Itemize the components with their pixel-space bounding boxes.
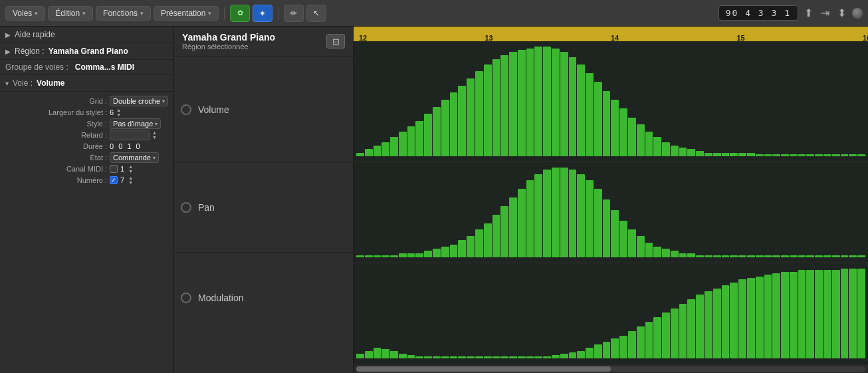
numero-down-icon[interactable]: ▼ [128, 180, 133, 185]
cursor-icon-button[interactable]: ✦ [253, 5, 272, 22]
bar-item [374, 146, 381, 156]
bar-item [637, 236, 645, 257]
bar-item [637, 124, 645, 156]
modulation-radio[interactable] [181, 293, 191, 303]
bar-item [798, 255, 806, 257]
bar-item [475, 356, 483, 358]
modulation-track-row[interactable]: Modulation [174, 253, 353, 342]
midi-icon-button[interactable]: ✿ [230, 5, 250, 22]
main-area: ▶ Aide rapide ▶ Région : Yamaha Grand Pi… [0, 27, 868, 373]
groupe-value: Comma...s MIDI [75, 62, 134, 72]
bar-item [450, 356, 458, 358]
fonctions-chevron-icon: ▾ [140, 10, 144, 17]
bar-item [832, 154, 840, 156]
bar-item [815, 270, 823, 358]
grid-label: Grid : [5, 96, 107, 106]
edition-chevron-icon: ▾ [82, 10, 86, 17]
region-chevron-icon[interactable]: ▶ [5, 48, 11, 55]
volume-chart[interactable] [354, 41, 868, 162]
pan-track-row[interactable]: Pan [174, 163, 353, 253]
bar-item [518, 50, 526, 156]
bar-item [441, 247, 449, 257]
bar-item [857, 269, 865, 358]
etat-value: Commande ▾ [110, 152, 168, 163]
numero-checkbox[interactable] [110, 176, 118, 184]
edition-menu-button[interactable]: Édition ▾ [48, 6, 93, 21]
bar-item [798, 154, 806, 156]
bar-item [577, 351, 585, 358]
pan-radio[interactable] [181, 202, 191, 213]
bar-item [756, 255, 764, 257]
bar-item [611, 210, 619, 257]
bar-item [841, 269, 849, 358]
largeur-stepper[interactable]: ▲ ▼ [116, 108, 121, 117]
etat-label: État : [5, 152, 107, 163]
groupe-header: Groupe de voies : Comma...s MIDI [0, 60, 173, 75]
bar-item [577, 64, 585, 156]
canal-label: Canal MIDI : [5, 164, 107, 174]
retard-stepper[interactable]: ▲ ▼ [152, 130, 157, 140]
properties-grid: Grid : Double croche ▾ Largeur du stylet… [0, 92, 173, 189]
etat-select[interactable]: Commande ▾ [110, 152, 159, 163]
align-center-icon[interactable]: ⬍ [835, 5, 848, 21]
bar-item [713, 289, 721, 358]
bar-item [586, 73, 594, 156]
retard-value: ▲ ▼ [110, 130, 168, 140]
fonctions-menu-button[interactable]: Fonctions ▾ [96, 6, 151, 21]
modulation-bars [354, 269, 868, 358]
canal-up-icon[interactable]: ▲ [128, 164, 133, 169]
volume-knob[interactable] [852, 8, 863, 19]
volume-track-row[interactable]: Volume [174, 57, 353, 163]
scrollbar-area [354, 364, 868, 373]
bar-item [611, 338, 619, 358]
bar-item [560, 168, 568, 257]
bar-item [806, 255, 814, 257]
scrollbar-track[interactable] [356, 366, 865, 372]
bar-item [790, 255, 798, 257]
retard-down-icon[interactable]: ▼ [152, 135, 157, 140]
bar-item [500, 356, 508, 358]
modulation-chart[interactable] [354, 263, 868, 364]
sidebar: ▶ Aide rapide ▶ Région : Yamaha Grand Pi… [0, 27, 174, 373]
bar-item [356, 153, 364, 156]
region-icon-button[interactable]: ⊡ [326, 34, 345, 49]
bar-item [534, 47, 542, 156]
bar-item [738, 255, 746, 257]
bar-item [492, 215, 500, 257]
numero-up-icon[interactable]: ▲ [128, 176, 133, 180]
bar-item [381, 255, 389, 257]
canal-stepper[interactable]: ▲ ▼ [128, 164, 133, 174]
select-tool-button[interactable]: ↖ [306, 5, 326, 22]
bar-item [415, 356, 423, 358]
pen-tool-button[interactable]: ✏ [284, 5, 304, 22]
bar-item [662, 249, 670, 257]
largeur-down-icon[interactable]: ▼ [116, 112, 121, 117]
style-select[interactable]: Pas d'image ▾ [110, 118, 161, 129]
largeur-up-icon[interactable]: ▲ [116, 108, 121, 112]
voie-chevron-icon[interactable]: ▾ [5, 80, 9, 87]
groupe-label: Groupe de voies : [5, 62, 68, 72]
bar-item [713, 255, 721, 257]
volume-radio[interactable] [181, 104, 191, 115]
bar-item [484, 64, 492, 156]
voies-menu-button[interactable]: Voies ▾ [5, 6, 45, 21]
align-top-icon[interactable]: ⬆ [802, 5, 815, 21]
align-right-icon[interactable]: ⇥ [819, 5, 831, 21]
canal-checkbox[interactable] [110, 165, 118, 173]
timeline-bar: 1213141516 [354, 27, 868, 41]
grid-select[interactable]: Double croche ▾ [110, 96, 168, 106]
scrollbar-thumb[interactable] [356, 366, 611, 372]
bar-item [399, 253, 407, 257]
presentation-menu-button[interactable]: Présentation ▾ [154, 6, 219, 21]
region-header: ▶ Région : Yamaha Grand Piano [0, 43, 173, 60]
numero-stepper[interactable]: ▲ ▼ [128, 176, 133, 185]
bar-item [832, 255, 840, 257]
canal-down-icon[interactable]: ▼ [128, 169, 133, 174]
bar-item [645, 322, 653, 358]
retard-up-icon[interactable]: ▲ [152, 130, 157, 135]
bar-item [798, 270, 806, 358]
pan-chart[interactable] [354, 162, 868, 263]
aide-rapide-chevron-icon[interactable]: ▶ [5, 31, 11, 39]
bar-item [424, 251, 432, 257]
bar-item [458, 86, 466, 157]
